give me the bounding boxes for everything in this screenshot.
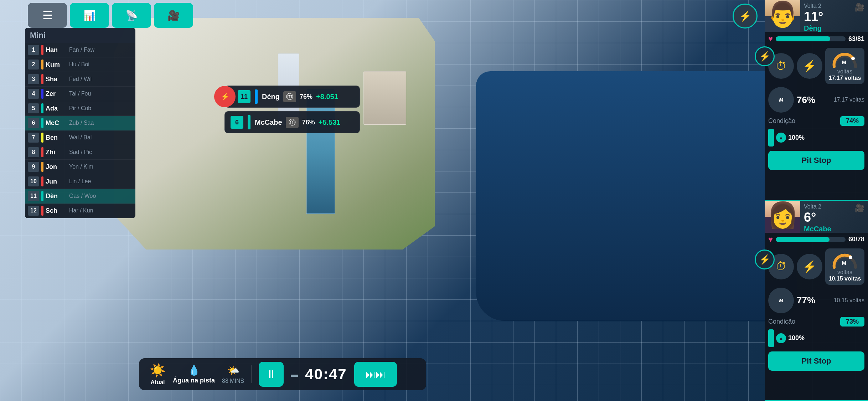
deng-name-card: Dèng xyxy=(804,24,864,32)
standings-row-sch[interactable]: 12 Sch Har / Kun xyxy=(25,204,135,218)
mccabe-vert-fill xyxy=(768,329,774,347)
standings-row-han[interactable]: 1 Han Fan / Faw xyxy=(25,43,135,57)
standings-row-ben[interactable]: 7 Ben Wal / Bal xyxy=(25,130,135,145)
standings-row-jun[interactable]: 10 Jun Lin / Lee xyxy=(25,174,135,189)
race-card-deng: ⚡ 11 Dèng ⓜ 76% +8.051 xyxy=(224,86,360,108)
mccabe-avatar: 👩 xyxy=(765,201,800,233)
team-color-bar xyxy=(41,133,43,143)
progress-dash: ▬ xyxy=(291,370,298,379)
constructor-name: Hu / Boi xyxy=(69,61,133,68)
deng-tyre: ⓜ xyxy=(283,91,296,102)
team-color-bar xyxy=(41,206,43,216)
analytics-button[interactable]: 📊 xyxy=(70,3,109,28)
standings-panel: Mini 1 Han Fan / Faw 2 Kum Hu / Boi 3 Sh… xyxy=(25,28,135,218)
weather-sun-icon: ☀️ xyxy=(150,363,166,378)
standings-row-kum[interactable]: 2 Kum Hu / Boi xyxy=(25,57,135,72)
water-area xyxy=(476,71,797,321)
deng-pit-stop-button[interactable]: Pit Stop xyxy=(768,151,864,170)
analytics-icon: 📊 xyxy=(83,10,96,21)
standings-row-ada[interactable]: 5 Ada Pir / Cob xyxy=(25,101,135,116)
driver2-lightning-btn[interactable]: ⚡ xyxy=(755,250,775,269)
deng-charge-pct: 100% xyxy=(788,134,805,142)
pos-badge: 6 xyxy=(28,118,39,128)
time-label: Atual xyxy=(151,379,165,386)
race-overlay: ⚡ 11 Dèng ⓜ 76% +8.051 6 McCabe ⓜ 76% +5… xyxy=(224,86,360,137)
driver-card-deng: 👨 Volta 2 11° Dèng 🎥 ♥ 63/81 ⏱ ⚡ xyxy=(765,0,868,201)
deng-pos: 11 xyxy=(238,90,250,103)
race-timer: 40:47 xyxy=(305,366,347,383)
mccabe-tyre-gauge: M voltas 10.15 voltas xyxy=(825,248,864,285)
deng-card-header: 👨 Volta 2 11° Dèng 🎥 xyxy=(765,0,868,32)
svg-point-0 xyxy=(851,57,855,60)
standings-row-jon[interactable]: 9 Jon Yon / Kim xyxy=(25,160,135,174)
mccabe-motor-row: M 77% 10.15 voltas xyxy=(765,287,868,315)
constructor-name: Gas / Woo xyxy=(69,193,133,199)
mccabe-pit-stop-button[interactable]: Pit Stop xyxy=(768,351,864,371)
mccabe-health-fill xyxy=(776,237,830,242)
team-color-bar xyxy=(41,103,43,113)
mccabe-charge-pct: 100% xyxy=(788,334,805,342)
radio-icon: 📡 xyxy=(125,10,138,21)
menu-icon: ☰ xyxy=(42,9,53,22)
deng-motor-pct: 76% xyxy=(797,94,815,106)
standings-row-zhi[interactable]: 8 Zhi Sad / Pic xyxy=(25,145,135,160)
fast-forward-button[interactable]: ⏭⏭ xyxy=(354,362,397,387)
deng-laps-total: 17.17 voltas xyxy=(818,97,864,103)
pause-button[interactable]: ⏸ xyxy=(259,362,284,387)
standings-row-dèn[interactable]: 11 Dèn Gas / Woo xyxy=(25,189,135,204)
deng-health-text: 63/81 xyxy=(848,35,864,43)
deng-laps-value: 17.17 voltas xyxy=(829,75,861,81)
top-racing-icon[interactable]: ⚡ xyxy=(733,4,758,29)
pos-badge: 2 xyxy=(28,60,39,70)
toolbar: ☰ 📊 📡 🎥 xyxy=(25,0,196,31)
constructor-name: Fan / Faw xyxy=(69,47,133,53)
constructor-name: Sad / Pic xyxy=(69,149,133,155)
mccabe-lightning-stat: ⚡ xyxy=(797,254,822,279)
radio-button[interactable]: 📡 xyxy=(112,3,151,28)
divider-1 xyxy=(251,365,252,383)
deng-avatar-icon: 👨 xyxy=(767,0,798,29)
driver-name: Jun xyxy=(46,178,67,185)
race-card-mccabe: 6 McCabe ⓜ 76% +5.531 xyxy=(224,111,360,133)
mins-section: 🌤️ 88 MINS xyxy=(222,365,244,384)
camera-button[interactable]: 🎥 xyxy=(154,3,193,28)
driver-name: Jon xyxy=(46,163,67,171)
pos-badge: 9 xyxy=(28,162,39,172)
mccabe-laps-value: 10.15 voltas xyxy=(829,276,861,282)
mccabe-charge-dot: ▲ xyxy=(776,333,786,343)
ff-icon: ⏭⏭ xyxy=(366,369,386,380)
deng-tyre-gauge: M voltas 17.17 voltas xyxy=(825,48,864,84)
pos-badge: 4 xyxy=(28,89,39,99)
standings-list: 1 Han Fan / Faw 2 Kum Hu / Boi 3 Sha Fed… xyxy=(25,43,135,218)
deng-heart-icon: ♥ xyxy=(768,34,773,43)
mccabe-camera-icon: 🎥 xyxy=(855,204,864,213)
standings-row-sha[interactable]: 3 Sha Fed / Wil xyxy=(25,72,135,87)
rain-section: 💧 Água na pista xyxy=(173,364,215,384)
mccabe-card-header: 👩 Volta 2 6° McCabe 🎥 xyxy=(765,201,868,233)
svg-text:M: M xyxy=(842,260,846,266)
team-color-bar xyxy=(41,74,43,84)
team-color-bar xyxy=(41,60,43,70)
driver-name: Kum xyxy=(46,61,67,68)
mccabe-motor-pct: 77% xyxy=(797,295,815,306)
constructor-name: Zub / Saa xyxy=(69,120,133,126)
deng-vert-fill xyxy=(768,129,774,146)
constructor-name: Pir / Cob xyxy=(69,105,133,112)
deng-charge-row: ▲ 100% xyxy=(765,127,868,148)
constructor-name: Fed / Wil xyxy=(69,76,133,82)
constructor-name: Har / Kun xyxy=(69,207,133,214)
deng-position-badge: ⚡ xyxy=(214,86,236,107)
standings-row-zer[interactable]: 4 Zer Tal / Fou xyxy=(25,87,135,101)
driver-name: Han xyxy=(46,46,67,54)
standings-header: Mini xyxy=(25,28,135,43)
menu-button[interactable]: ☰ xyxy=(28,3,67,28)
standings-row-mcc[interactable]: 6 McC Zub / Saa xyxy=(25,116,135,130)
mccabe-laps-label: voltas xyxy=(837,269,852,276)
driver-name: McC xyxy=(46,119,67,127)
driver-name: Zer xyxy=(46,90,67,98)
driver1-lightning-btn[interactable]: ⚡ xyxy=(755,46,775,66)
deng-lightning-stat: ⚡ xyxy=(797,53,822,79)
mccabe-name: McCabe xyxy=(255,118,282,127)
deng-name: Dèng xyxy=(262,93,280,101)
driver-name: Ada xyxy=(46,105,67,112)
